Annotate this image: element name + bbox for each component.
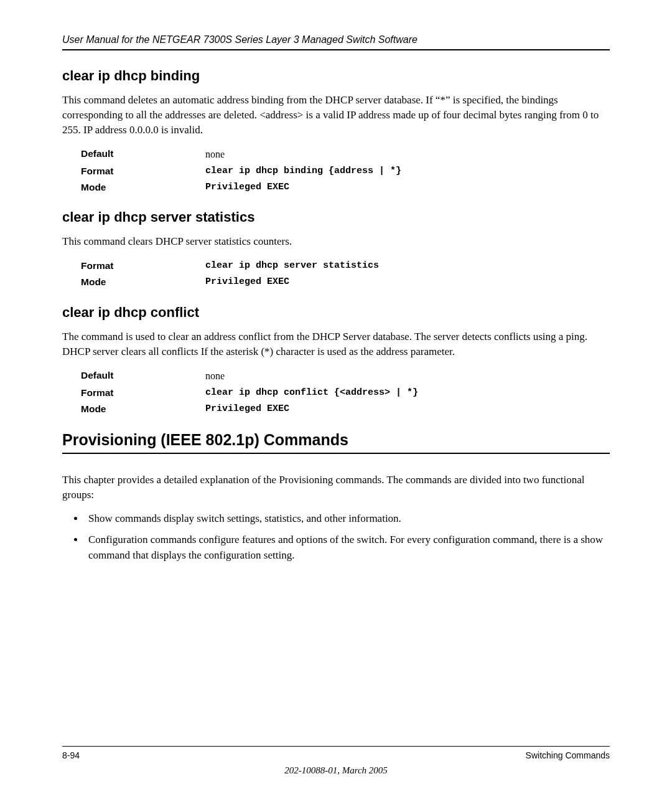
param-label: Format — [81, 163, 205, 179]
command-heading-clear-ip-dhcp-binding: clear ip dhcp binding — [62, 68, 610, 84]
param-row-mode: Mode Privileged EXEC — [81, 401, 610, 417]
page-footer: 8-94 Switching Commands 202-10088-01, Ma… — [62, 746, 610, 776]
section-intro: This chapter provides a detailed explana… — [62, 473, 610, 503]
footer-page-number: 8-94 — [62, 750, 80, 760]
param-row-default: Default none — [81, 146, 610, 163]
section-heading-provisioning: Provisioning (IEEE 802.1p) Commands — [62, 431, 610, 454]
param-row-default: Default none — [81, 367, 610, 384]
param-row-format: Format clear ip dhcp binding {address | … — [81, 163, 610, 179]
param-value: clear ip dhcp server statistics — [205, 258, 379, 274]
param-value: Privileged EXEC — [205, 274, 289, 290]
param-row-format: Format clear ip dhcp server statistics — [81, 258, 610, 274]
footer-doc-id: 202-10088-01, March 2005 — [62, 765, 610, 776]
param-label: Mode — [81, 401, 205, 417]
command-description: This command clears DHCP server statisti… — [62, 234, 610, 249]
param-value: clear ip dhcp conflict {<address> | *} — [205, 385, 418, 401]
param-block: Format clear ip dhcp server statistics M… — [81, 258, 610, 291]
param-value: none — [205, 367, 225, 384]
param-value: clear ip dhcp binding {address | *} — [205, 163, 401, 179]
running-head: User Manual for the NETGEAR 7300S Series… — [62, 34, 610, 50]
bullet-list: Show commands display switch settings, s… — [62, 511, 610, 564]
param-label: Format — [81, 385, 205, 401]
param-label: Default — [81, 146, 205, 163]
bullet-item: Show commands display switch settings, s… — [85, 511, 610, 527]
command-heading-clear-ip-dhcp-conflict: clear ip dhcp conflict — [62, 304, 610, 321]
param-row-mode: Mode Privileged EXEC — [81, 274, 610, 290]
command-heading-clear-ip-dhcp-server-statistics: clear ip dhcp server statistics — [62, 209, 610, 225]
page: User Manual for the NETGEAR 7300S Series… — [0, 0, 672, 807]
param-value: Privileged EXEC — [205, 401, 289, 417]
param-value: Privileged EXEC — [205, 179, 289, 196]
param-row-format: Format clear ip dhcp conflict {<address>… — [81, 385, 610, 401]
param-label: Format — [81, 258, 205, 274]
command-description: This command deletes an automatic addres… — [62, 93, 610, 137]
param-row-mode: Mode Privileged EXEC — [81, 179, 610, 196]
param-label: Default — [81, 367, 205, 384]
param-label: Mode — [81, 179, 205, 196]
bullet-item: Configuration commands configure feature… — [85, 532, 610, 563]
command-description: The command is used to clear an address … — [62, 329, 610, 359]
param-label: Mode — [81, 274, 205, 290]
param-value: none — [205, 146, 225, 163]
param-block: Default none Format clear ip dhcp bindin… — [81, 146, 610, 196]
footer-section-name: Switching Commands — [526, 750, 610, 760]
param-block: Default none Format clear ip dhcp confli… — [81, 367, 610, 417]
